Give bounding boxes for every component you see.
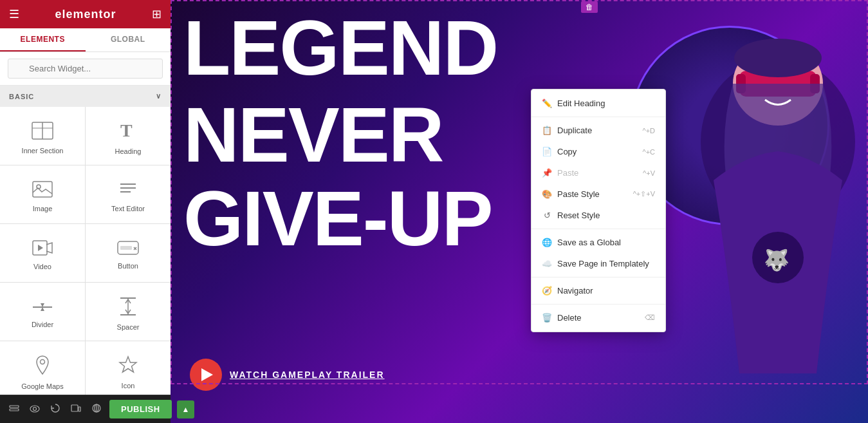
- reset-icon: ↺: [542, 211, 552, 220]
- canvas-background[interactable]: 🗑 LEGEND NEVER GIVE-UP WATCH GAMEPLAY TR…: [171, 0, 868, 423]
- inner-section-icon: [32, 122, 53, 142]
- widget-label-button: Button: [118, 262, 138, 270]
- widget-spacer[interactable]: Spacer: [86, 283, 171, 341]
- copy-icon: 📄: [542, 147, 552, 156]
- widget-label-divider: Divider: [32, 321, 53, 328]
- maps-icon: [33, 355, 51, 378]
- widget-text-editor[interactable]: Text Editor: [86, 165, 171, 223]
- context-menu-save-page[interactable]: ☁️ Save Page in Templately: [531, 253, 665, 274]
- eye-icon[interactable]: [27, 401, 42, 417]
- search-box: 🔍: [0, 52, 171, 86]
- svg-rect-21: [10, 409, 19, 411]
- paste-style-icon: 🎨: [542, 189, 552, 199]
- widget-label-spacer: Spacer: [117, 323, 140, 331]
- search-input[interactable]: [8, 59, 163, 79]
- context-menu-paste-style[interactable]: 🎨 Paste Style ^+⇧+V: [531, 183, 665, 205]
- widget-label-google-maps: Google Maps: [21, 382, 63, 390]
- hero-text-giveup: GIVE-UP: [183, 183, 492, 253]
- tab-elements[interactable]: ELEMENTS: [0, 28, 86, 52]
- publish-button[interactable]: PUBLISH: [109, 400, 172, 418]
- widget-heading[interactable]: T Heading: [86, 107, 171, 165]
- preview-icon[interactable]: [89, 400, 104, 418]
- svg-point-19: [41, 359, 45, 364]
- trash-icon: 🗑️: [542, 313, 552, 323]
- widget-image[interactable]: Image: [0, 165, 85, 223]
- context-menu-navigator[interactable]: 🧭 Navigator: [531, 280, 665, 301]
- watch-label[interactable]: WATCH GAMEPLAY TRAILER: [230, 370, 385, 380]
- widget-video[interactable]: Video: [0, 224, 85, 282]
- icon-icon: [118, 355, 138, 377]
- svg-point-34: [734, 39, 822, 77]
- watch-trailer: WATCH GAMEPLAY TRAILER: [190, 359, 385, 391]
- button-icon: [117, 241, 139, 258]
- context-menu-duplicate[interactable]: 📋 Duplicate ^+D: [531, 120, 665, 141]
- widget-label-image: Image: [33, 205, 53, 212]
- svg-point-22: [30, 406, 39, 412]
- widget-label-heading: Heading: [115, 147, 142, 155]
- svg-rect-25: [78, 407, 80, 411]
- widget-label-video: Video: [33, 263, 51, 270]
- panel-tabs: ELEMENTS GLOBAL: [0, 28, 171, 52]
- widget-label-icon: Icon: [122, 382, 135, 390]
- separator-2: [531, 229, 665, 229]
- grid-icon[interactable]: ⊞: [152, 7, 162, 21]
- section-basic-label[interactable]: BASIC ∨: [0, 86, 171, 107]
- context-menu-paste: 📌 Paste ^+V: [531, 162, 665, 183]
- play-triangle-icon: [201, 368, 213, 381]
- widget-button[interactable]: Button: [86, 224, 171, 282]
- widget-label-text-editor: Text Editor: [111, 205, 145, 212]
- globe-icon: 🌐: [542, 238, 552, 247]
- divider-icon: [32, 299, 53, 316]
- tab-global[interactable]: GLOBAL: [86, 28, 171, 52]
- layers-icon[interactable]: [6, 400, 22, 418]
- context-menu-edit-heading[interactable]: ✏️ Edit Heading: [531, 93, 665, 114]
- widget-icon[interactable]: Icon: [86, 341, 171, 395]
- image-icon: [32, 181, 53, 200]
- context-menu-delete[interactable]: 🗑️ Delete ⌫: [531, 307, 665, 328]
- publish-arrow-button[interactable]: ▲: [177, 400, 195, 418]
- widget-divider[interactable]: Divider: [0, 283, 85, 341]
- navigator-icon: 🧭: [542, 286, 552, 296]
- context-menu-copy[interactable]: 📄 Copy ^+C: [531, 141, 665, 162]
- panel-header: ☰ elementor ⊞: [0, 0, 171, 28]
- paste-icon: 📌: [542, 168, 552, 178]
- context-menu: ✏️ Edit Heading 📋 Duplicate ^+D 📄 Copy ^…: [531, 89, 666, 332]
- separator-3: [531, 277, 665, 277]
- context-menu-save-global[interactable]: 🌐 Save as a Global: [531, 232, 665, 253]
- cloud-icon: ☁️: [542, 259, 552, 268]
- search-wrapper: 🔍: [8, 59, 163, 79]
- bottom-toolbar: PUBLISH ▲: [0, 395, 171, 423]
- svg-marker-10: [38, 245, 43, 251]
- spacer-icon: [119, 297, 137, 319]
- hamburger-icon[interactable]: ☰: [9, 7, 19, 21]
- hero-text-legend: LEGEND: [183, 13, 497, 82]
- svg-point-23: [33, 408, 37, 411]
- svg-text:🐺: 🐺: [764, 248, 790, 272]
- duplicate-icon: 📋: [542, 126, 552, 135]
- history-icon[interactable]: [48, 400, 63, 418]
- separator-1: [531, 117, 665, 117]
- context-menu-reset-style[interactable]: ↺ Reset Style: [531, 205, 665, 226]
- svg-rect-4: [33, 182, 52, 197]
- hero-text-never: NEVER: [183, 100, 443, 169]
- canvas-area: 🗑 LEGEND NEVER GIVE-UP WATCH GAMEPLAY TR…: [171, 0, 868, 423]
- svg-rect-24: [71, 405, 78, 411]
- video-icon: [32, 240, 53, 258]
- collapse-icon: ∨: [156, 92, 162, 100]
- heading-icon: T: [118, 121, 138, 143]
- svg-text:T: T: [120, 121, 133, 140]
- pencil-icon: ✏️: [542, 99, 552, 108]
- separator-4: [531, 304, 665, 305]
- device-icon[interactable]: [68, 400, 84, 418]
- svg-rect-20: [10, 406, 19, 408]
- widget-google-maps[interactable]: Google Maps: [0, 341, 85, 395]
- widgets-grid: Inner Section T Heading Image: [0, 107, 171, 395]
- text-editor-icon: [118, 181, 138, 200]
- elementor-logo: elementor: [55, 8, 116, 21]
- play-button[interactable]: [190, 359, 222, 391]
- widget-label-inner-section: Inner Section: [22, 147, 64, 155]
- widget-inner-section[interactable]: Inner Section: [0, 107, 85, 165]
- svg-rect-12: [120, 246, 132, 250]
- left-panel: ☰ elementor ⊞ ELEMENTS GLOBAL 🔍 BASIC ∨: [0, 0, 171, 423]
- delete-handle[interactable]: 🗑: [581, 1, 598, 13]
